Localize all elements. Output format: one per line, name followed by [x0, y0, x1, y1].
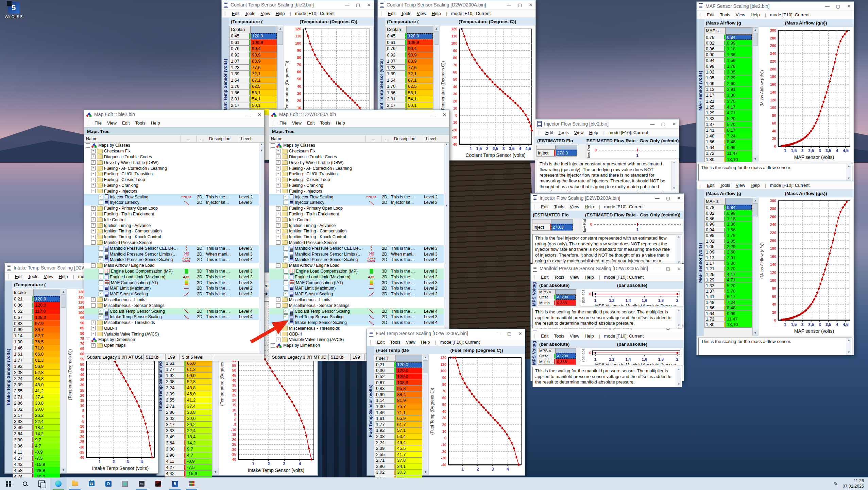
expand-icon[interactable]: +: [276, 183, 280, 187]
description-scrollbar[interactable]: ▲▼: [676, 368, 681, 387]
menu-help[interactable]: Help: [56, 273, 70, 280]
close-button[interactable]: ✕: [517, 331, 523, 336]
axis-cell[interactable]: 1,02: [704, 69, 726, 75]
tree-row[interactable]: +Diagnostic Trouble Codes: [84, 154, 259, 160]
titlebar[interactable]: MAF Sensor Scaling [ble2.bin]—▢✕: [697, 2, 854, 11]
tree-row[interactable]: Intake Temp Sensor Scaling2DThis is the …: [84, 314, 259, 320]
axis-cell[interactable]: 1,86: [386, 90, 407, 96]
scroll-up-icon[interactable]: ▲: [423, 355, 428, 360]
value-cell[interactable]: 83,9: [251, 58, 277, 65]
checkbox-unchecked[interactable]: [284, 280, 288, 285]
column-header[interactable]: [532, 219, 551, 224]
axis-cell[interactable]: 2,08: [165, 379, 186, 385]
axis-cell[interactable]: Offse: [538, 353, 556, 359]
tree-row[interactable]: +Maps by Dimension: [84, 337, 259, 343]
value-cell[interactable]: 95,8: [396, 386, 422, 392]
expand-icon[interactable]: +: [91, 223, 96, 228]
scroll-down-icon[interactable]: ▼: [677, 382, 680, 387]
value-cell[interactable]: 67,1: [407, 77, 433, 84]
expand-icon[interactable]: +: [91, 332, 96, 336]
menu-edit[interactable]: Edit: [120, 120, 132, 126]
value-cell[interactable]: 56,9: [186, 373, 212, 379]
tree-row[interactable]: MAF Compensation (IAT)3DThis is the ...L…: [269, 280, 444, 285]
value-cell[interactable]: 2,60: [726, 249, 752, 255]
axis-cell[interactable]: 1,48: [704, 133, 726, 139]
value-cell[interactable]: 3,30: [726, 261, 752, 266]
tree-row[interactable]: −Mass Airflow / Engine Load: [84, 263, 259, 268]
titlebar[interactable]: Coolant Temp Sensor Scaling [D2WD200A.bi…: [378, 0, 535, 10]
value-cell[interactable]: 22,4: [186, 428, 212, 434]
scroll-up-icon[interactable]: ▲: [260, 143, 263, 146]
menu-help[interactable]: Help: [587, 129, 601, 136]
tree-row[interactable]: −Miscellaneous - Sensor Scalings: [269, 303, 444, 308]
value-cell[interactable]: 26,2: [34, 412, 60, 419]
tree-row[interactable]: +Drive-by-Wire Throttle (DBW): [269, 160, 444, 165]
tree-row[interactable]: −Fueling - Injectors: [84, 188, 259, 194]
column-header-selected[interactable]: [556, 289, 576, 294]
checkbox-unchecked[interactable]: [99, 286, 103, 291]
tree-row[interactable]: −Maps by Classes: [84, 143, 259, 148]
value-cell[interactable]: 5,20: [726, 116, 752, 121]
axis-cell[interactable]: 1,72: [704, 151, 726, 157]
value-cell[interactable]: 2,91: [726, 87, 752, 93]
menu-help[interactable]: Help: [748, 182, 762, 189]
value-cell[interactable]: 7,24: [726, 133, 752, 139]
tree-row[interactable]: Engine Load Limit (Maximum)4,002DThis is…: [84, 274, 259, 280]
value-cell[interactable]: 2,29: [726, 75, 752, 81]
axis-cell[interactable]: 0,61: [386, 39, 407, 46]
checkbox-unchecked[interactable]: [99, 280, 103, 285]
value-cell[interactable]: 6,17: [726, 128, 752, 133]
axis-cell[interactable]: 1,56: [704, 305, 726, 311]
checkbox-checked[interactable]: [284, 309, 288, 314]
axis-cell[interactable]: 3,64: [13, 431, 34, 437]
axis-cell[interactable]: 1,77: [165, 366, 186, 373]
column-header-selected[interactable]: [407, 26, 433, 33]
menu-view[interactable]: View: [567, 333, 582, 339]
value-cell[interactable]: 4,17: [726, 104, 752, 110]
value-cell[interactable]: 61,3: [186, 366, 212, 373]
value-cell[interactable]: 3,30: [726, 93, 752, 98]
axis-cell[interactable]: 1,21: [704, 266, 726, 272]
menu-help[interactable]: Help: [334, 120, 347, 126]
description-scrollbar[interactable]: ▲▼: [676, 309, 681, 328]
value-cell[interactable]: 14,2: [34, 431, 60, 437]
axis-cell[interactable]: 2,39: [165, 391, 186, 397]
value-cell[interactable]: 53,4: [396, 434, 422, 440]
axis-cell[interactable]: 0,98: [704, 63, 726, 69]
checkbox-checked[interactable]: [284, 292, 288, 296]
axis-cell[interactable]: 3,80: [165, 446, 186, 452]
axis-cell[interactable]: 2,86: [375, 463, 396, 470]
maximize-button[interactable]: ▢: [665, 196, 671, 201]
axis-cell[interactable]: 3,96: [165, 452, 186, 458]
menu-tools[interactable]: Tools: [388, 339, 403, 345]
expand-icon[interactable]: +: [271, 343, 275, 348]
value-cell[interactable]: 41,2: [186, 397, 212, 403]
axis-cell[interactable]: 0,67: [13, 314, 34, 321]
taskbar-clock[interactable]: 11:26 07.02.2025: [843, 478, 864, 489]
axis-cell[interactable]: 0,86: [704, 46, 726, 52]
axis-cell[interactable]: 1,33: [704, 116, 726, 121]
value-cell[interactable]: 120,0: [34, 302, 60, 308]
maximize-button[interactable]: ▢: [661, 121, 666, 127]
axis-cell[interactable]: 2,08: [13, 370, 34, 376]
axis-cell[interactable]: 1,39: [229, 71, 251, 77]
value-cell[interactable]: 9,7: [186, 446, 212, 452]
axis-cell[interactable]: 3,17: [165, 422, 186, 428]
tree-scrollbar[interactable]: ▲▼: [259, 143, 264, 353]
checkbox-unchecked[interactable]: [284, 275, 288, 279]
collapse-icon[interactable]: −: [276, 240, 280, 245]
taskbar-winrar-button[interactable]: [183, 477, 200, 490]
value-cell[interactable]: 0,99: [726, 210, 752, 216]
taskbar-edge-button[interactable]: [50, 477, 67, 490]
table-scrollbar[interactable]: ▲▼: [423, 355, 428, 475]
axis-cell[interactable]: 0,82: [704, 210, 726, 216]
axis-cell[interactable]: 1,05: [704, 244, 726, 249]
value-cell[interactable]: 99,4: [407, 46, 433, 52]
minimize-button[interactable]: —: [431, 112, 436, 117]
tree-row[interactable]: +Fueling - AF Correction / Learning: [269, 165, 444, 171]
description-scrollbar[interactable]: ▲▼: [676, 235, 681, 265]
tree-scrollbar[interactable]: ▲▼: [444, 143, 449, 353]
menu-tools[interactable]: Tools: [551, 203, 566, 210]
menu-view[interactable]: View: [567, 203, 582, 210]
axis-cell[interactable]: 1,61: [375, 415, 396, 422]
